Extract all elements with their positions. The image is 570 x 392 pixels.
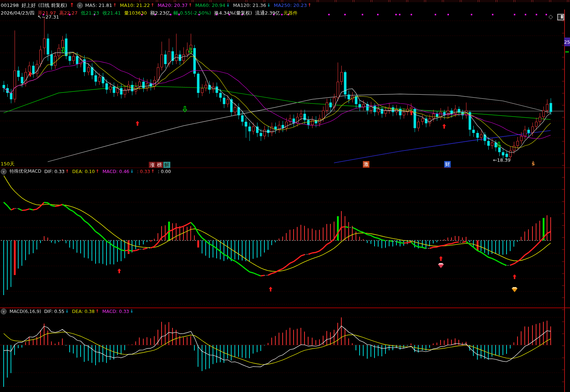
toolbar-button-13[interactable]: [372, 0, 389, 2]
ma-item-0: MA5: 21.81↑: [85, 3, 117, 8]
panel3-values: DIF: 0.55↓DEA: 0.38↑MACD: 0.33↓: [44, 309, 137, 314]
panel2-item-1: DEA: 0.10↑: [72, 169, 99, 174]
collapse-icon[interactable]: ∨: [1, 169, 7, 175]
high-price-annotation: ↖~27.31: [38, 14, 59, 20]
ma-item-4: MA120: 21.36↓: [233, 3, 271, 8]
toolbar-button-24[interactable]: [569, 0, 570, 2]
toolbar-button-12[interactable]: [354, 0, 371, 2]
ma-values: MA5: 21.81↑MA10: 21.22↑MA20: 20.37↑MA60:…: [85, 3, 315, 8]
ma-item-3: MA60: 20.94↓: [195, 3, 230, 8]
info-item-2: 低21.23: [81, 10, 99, 16]
ma-item-1: MA10: 21.22↑: [120, 3, 154, 8]
toolbar-button-18[interactable]: [461, 0, 478, 2]
low-price-annotation: ←18.39: [493, 157, 511, 163]
toolbar-button-22[interactable]: [533, 0, 550, 2]
trend-up-icon: ↑: [70, 3, 74, 8]
collapse-icon[interactable]: ∨: [1, 309, 7, 314]
info-item-4: 量103630: [124, 10, 147, 16]
toolbar-button-14[interactable]: [390, 0, 407, 2]
info-item-7: 换4.34%(量复权): [214, 10, 252, 16]
price-axis-badge: 25: [564, 38, 570, 46]
ma-item-2: MA20: 20.37↑: [158, 3, 192, 8]
chart-canvas[interactable]: [0, 0, 570, 392]
panel3-header: ∨ MACD(6,16,9) DIF: 0.55↓DEA: 0.38↑MACD:…: [1, 308, 137, 314]
chart-mode[interactable]: (日线 前复权): [38, 2, 67, 9]
panel2-header: ∨ 特殊优化MACD DIF: 0.33↑DEA: 0.10↑MACD: 0.4…: [1, 168, 174, 175]
window-layout-icon[interactable]: [557, 14, 564, 20]
info-item-6: 幅-0.55(-2.50%): [174, 10, 211, 16]
panel3-item-2: MACD: 0.33↓: [102, 309, 134, 314]
toolbar-button-16[interactable]: [426, 0, 442, 2]
stock-code[interactable]: 001298: [1, 3, 19, 8]
info-item-5: 额2.23亿: [150, 10, 170, 16]
date-label: 2026/04/23/四: [1, 10, 34, 16]
panel3-title[interactable]: MACD(6,16,9): [9, 309, 41, 314]
panel3-item-1: DEA: 0.38↑: [72, 309, 99, 314]
toolbar-button-10[interactable]: [318, 0, 335, 2]
panel2-item-4: : 0.00: [158, 169, 171, 174]
app-window: 001298 好上好 (日线 前复权) ↑ ∨ MA5: 21.81↑MA10:…: [0, 0, 570, 392]
dropdown-icon[interactable]: ∨: [77, 3, 83, 8]
s-marker-icon: ŝ: [532, 161, 535, 166]
header-row: 001298 好上好 (日线 前复权) ↑ ∨ MA5: 21.81↑MA10:…: [1, 2, 314, 8]
tag-1[interactable]: 榜: [156, 162, 163, 168]
ohlc-values: 开21.97高22.27低21.23收21.41量103630额2.23亿幅-0…: [38, 10, 298, 16]
toolbar-button-23[interactable]: [551, 0, 567, 2]
panel2-title[interactable]: 特殊优化MACD: [9, 168, 41, 175]
panel2-item-0: DIF: 0.33↑: [44, 169, 69, 174]
info-item-8: 流通2.39亿: [255, 10, 280, 16]
panel3-item-0: DIF: 0.55↓: [44, 309, 69, 314]
period-label: 150天: [1, 161, 15, 167]
info-item-3: 收21.41: [102, 10, 121, 16]
toolbar-button-21[interactable]: [515, 0, 532, 2]
toolbar-button-11[interactable]: [336, 0, 353, 2]
stock-name[interactable]: 好上好: [22, 2, 36, 9]
tag-2[interactable]: 解: [163, 162, 170, 168]
diamond-icon[interactable]: ◇: [548, 13, 553, 20]
toolbar-button-17[interactable]: [443, 0, 460, 2]
event-marker-0[interactable]: 激: [363, 161, 369, 168]
event-marker-1[interactable]: 财: [444, 161, 451, 168]
info-item-9: 元器件: [283, 10, 298, 16]
tag-0[interactable]: 涨: [149, 162, 156, 168]
panel2-item-2: MACD: 0.46↓: [102, 169, 134, 174]
toolbar-button-15[interactable]: [408, 0, 424, 2]
panel2-values: DIF: 0.33↑DEA: 0.10↑MACD: 0.46↓: 0.33↑: …: [44, 169, 174, 174]
info-item-1: 高22.27: [59, 10, 78, 16]
indicator-tags: 涨榜解: [149, 162, 170, 168]
toolbar-button-20[interactable]: [497, 0, 514, 2]
panel2-item-3: : 0.33↑: [137, 169, 155, 174]
toolbar-button-19[interactable]: [479, 0, 496, 2]
ma-item-5: MA250: 20.23↑: [274, 3, 311, 8]
